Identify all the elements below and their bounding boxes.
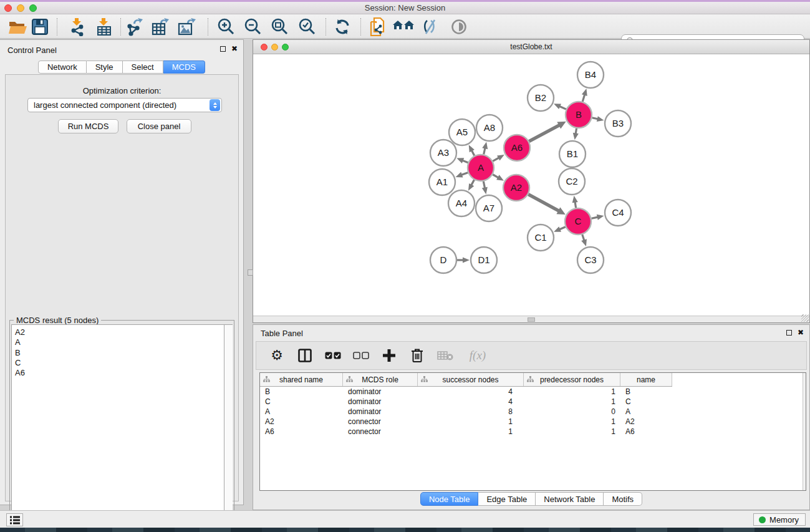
eye-button[interactable] <box>448 17 470 37</box>
result-item[interactable]: A6 <box>15 368 224 378</box>
optimization-criterion-label: Optimization criterion: <box>6 86 238 95</box>
column-header-label: shared name <box>279 375 323 384</box>
status-bar: Memory <box>0 510 810 528</box>
table-row-B[interactable]: Bdominator41B <box>260 387 672 397</box>
criterion-select[interactable]: largest connected component (directed) <box>27 98 222 112</box>
task-history-button[interactable] <box>6 513 23 526</box>
export-network-button[interactable] <box>125 17 146 37</box>
column-header-successor-nodes[interactable]: successor nodes <box>418 373 524 386</box>
home-button[interactable] <box>393 17 414 37</box>
tab-style[interactable]: Style <box>87 60 123 74</box>
import-table-button[interactable] <box>94 17 115 37</box>
graph-node-D1[interactable]: D1 <box>471 247 497 273</box>
network-canvas[interactable]: AA1A2A3A4A5A6A7A8BB1B2B3B4CC1C2C3C4DD1 <box>253 54 809 316</box>
save-session-button[interactable] <box>29 17 51 37</box>
export-table-button[interactable] <box>150 17 171 37</box>
delete-table-button[interactable] <box>436 346 455 365</box>
window-resize-grip[interactable] <box>801 314 809 322</box>
close-table-panel-icon[interactable]: ✖ <box>798 329 804 336</box>
clone-network-button[interactable] <box>367 17 388 37</box>
tab-mcds[interactable]: MCDS <box>163 60 205 74</box>
graph-node-C3[interactable]: C3 <box>577 247 604 273</box>
refresh-button[interactable] <box>332 17 353 37</box>
float-table-panel-icon[interactable] <box>786 330 792 336</box>
graphics-details-button[interactable] <box>420 17 441 37</box>
graph-node-A3[interactable]: A3 <box>430 140 456 166</box>
graph-node-D[interactable]: D <box>430 247 456 273</box>
table-row-A[interactable]: Adominator80A <box>260 407 672 417</box>
maximize-window-button[interactable] <box>29 4 37 12</box>
split-divider-handle[interactable] <box>528 317 535 322</box>
graph-edge-A6-B[interactable] <box>529 125 560 142</box>
result-item[interactable]: C <box>15 358 224 368</box>
tab-network[interactable]: Network <box>38 60 87 74</box>
select-all-button[interactable] <box>324 346 342 365</box>
deselect-all-button[interactable] <box>352 346 370 365</box>
table-row-C[interactable]: Cdominator41C <box>260 397 672 407</box>
table-cell: A6 <box>620 427 672 436</box>
table-vertical-scrollbar[interactable] <box>803 373 806 490</box>
node-table[interactable]: shared nameMCDS rolesuccessor nodesprede… <box>259 372 806 491</box>
columns-icon <box>298 349 312 362</box>
run-mcds-button[interactable]: Run MCDS <box>58 119 118 133</box>
tab-network-table[interactable]: Network Table <box>536 492 604 506</box>
graph-node-B4[interactable]: B4 <box>577 62 604 88</box>
tab-select[interactable]: Select <box>123 60 163 74</box>
zoom-out-button[interactable] <box>242 17 263 37</box>
zoom-selected-button[interactable] <box>296 17 317 37</box>
graph-node-A7[interactable]: A7 <box>476 195 502 221</box>
zoom-fit-button[interactable] <box>269 17 290 37</box>
close-panel-icon[interactable]: ✖ <box>231 46 238 52</box>
graph-node-A5[interactable]: A5 <box>449 119 475 145</box>
graph-node-B[interactable]: B <box>566 102 592 128</box>
tab-motifs[interactable]: Motifs <box>604 492 642 506</box>
column-header-name[interactable]: name <box>620 373 672 386</box>
result-item[interactable]: A2 <box>15 327 224 337</box>
table-row-A2[interactable]: A2connector11A2 <box>260 417 672 427</box>
mcds-result-list[interactable]: A2ABCA6 <box>11 324 225 530</box>
function-builder-button[interactable]: f(x) <box>464 346 491 365</box>
graph-node-C[interactable]: C <box>565 208 591 235</box>
import-network-button[interactable] <box>67 17 88 37</box>
result-item[interactable]: B <box>15 348 224 358</box>
close-panel-button[interactable]: Close panel <box>127 119 191 133</box>
export-image-button[interactable] <box>176 17 198 37</box>
float-panel-icon[interactable] <box>220 46 226 52</box>
column-header-shared-name[interactable]: shared name <box>260 373 343 386</box>
column-header-predecessor-nodes[interactable]: predecessor nodes <box>524 373 620 386</box>
tab-edge-table[interactable]: Edge Table <box>478 492 536 506</box>
tab-node-table[interactable]: Node Table <box>420 492 479 506</box>
delete-column-button[interactable] <box>408 346 427 365</box>
result-list-scrollbar[interactable] <box>224 324 233 530</box>
table-settings-button[interactable]: ⚙ <box>268 346 286 365</box>
minimize-network-window-button[interactable] <box>271 44 278 51</box>
zoom-in-button[interactable] <box>215 17 236 37</box>
graph-node-B3[interactable]: B3 <box>605 110 631 137</box>
graph-node-B2[interactable]: B2 <box>528 85 554 111</box>
graph-node-C4[interactable]: C4 <box>605 200 631 226</box>
add-column-button[interactable] <box>380 346 398 365</box>
close-window-button[interactable] <box>4 4 12 12</box>
maximize-network-window-button[interactable] <box>282 44 289 51</box>
graph-node-B1[interactable]: B1 <box>559 141 586 167</box>
graph-node-A4[interactable]: A4 <box>448 190 475 216</box>
column-view-button[interactable] <box>296 346 314 365</box>
minimize-window-button[interactable] <box>17 4 24 12</box>
graph-node-A[interactable]: A <box>468 155 494 181</box>
graph-node-A2[interactable]: A2 <box>503 175 529 201</box>
open-session-button[interactable] <box>7 17 28 37</box>
graph-node-A1[interactable]: A1 <box>429 169 455 195</box>
graph-edge-A2-C[interactable] <box>528 195 559 211</box>
graph-node-C2[interactable]: C2 <box>559 168 585 195</box>
result-item[interactable]: A <box>15 337 224 347</box>
graph-node-A8[interactable]: A8 <box>476 115 503 141</box>
close-network-window-button[interactable] <box>261 44 268 51</box>
left-split-divider-handle[interactable] <box>248 269 253 276</box>
column-header-MCDS-role[interactable]: MCDS role <box>343 373 418 386</box>
graph-node-A6[interactable]: A6 <box>504 135 530 161</box>
memory-button[interactable]: Memory <box>753 513 806 526</box>
network-window-titlebar[interactable]: testGlobe.txt <box>253 40 809 54</box>
network-graph[interactable]: AA1A2A3A4A5A6A7A8BB1B2B3B4CC1C2C3C4DD1 <box>253 54 809 316</box>
graph-node-C1[interactable]: C1 <box>528 225 554 251</box>
table-row-A6[interactable]: A6connector11A6 <box>260 427 672 437</box>
